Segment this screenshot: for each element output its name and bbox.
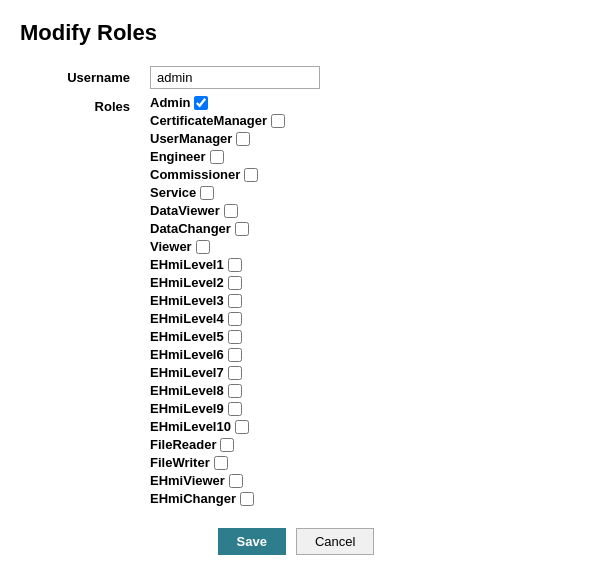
role-checkbox-ehmiviewer[interactable] <box>229 474 243 488</box>
role-name-ehmilevel1: EHmiLevel1 <box>150 257 224 272</box>
role-checkbox-filewriter[interactable] <box>214 456 228 470</box>
role-label-ehmilevel4[interactable]: EHmiLevel4 <box>150 311 242 326</box>
role-checkbox-ehmilevel7[interactable] <box>228 366 242 380</box>
role-name-ehmilevel7: EHmiLevel7 <box>150 365 224 380</box>
role-item: Commissioner <box>150 167 320 182</box>
role-name-service: Service <box>150 185 196 200</box>
role-item: EHmiLevel4 <box>150 311 320 326</box>
role-label-filereader[interactable]: FileReader <box>150 437 234 452</box>
role-item: UserManager <box>150 131 320 146</box>
role-item: EHmiLevel7 <box>150 365 320 380</box>
role-item: FileWriter <box>150 455 320 470</box>
role-item: EHmiLevel10 <box>150 419 320 434</box>
role-item: FileReader <box>150 437 320 452</box>
role-label-ehmilevel3[interactable]: EHmiLevel3 <box>150 293 242 308</box>
role-name-ehmilevel6: EHmiLevel6 <box>150 347 224 362</box>
role-name-engineer: Engineer <box>150 149 206 164</box>
role-checkbox-filereader[interactable] <box>220 438 234 452</box>
username-input[interactable] <box>150 66 320 89</box>
role-checkbox-viewer[interactable] <box>196 240 210 254</box>
role-item: Admin <box>150 95 320 110</box>
role-checkbox-engineer[interactable] <box>210 150 224 164</box>
roles-list: AdminCertificateManagerUserManagerEngine… <box>150 95 320 506</box>
role-label-datachanger[interactable]: DataChanger <box>150 221 249 236</box>
role-label-ehmichanger[interactable]: EHmiChanger <box>150 491 254 506</box>
role-name-ehmilevel9: EHmiLevel9 <box>150 401 224 416</box>
role-label-filewriter[interactable]: FileWriter <box>150 455 228 470</box>
role-label-ehmilevel10[interactable]: EHmiLevel10 <box>150 419 249 434</box>
role-checkbox-datachanger[interactable] <box>235 222 249 236</box>
role-label-certificatemanager[interactable]: CertificateManager <box>150 113 285 128</box>
role-checkbox-dataviewer[interactable] <box>224 204 238 218</box>
role-name-ehmichanger: EHmiChanger <box>150 491 236 506</box>
role-name-filereader: FileReader <box>150 437 216 452</box>
role-item: DataChanger <box>150 221 320 236</box>
role-item: Viewer <box>150 239 320 254</box>
role-item: EHmiChanger <box>150 491 320 506</box>
role-item: Engineer <box>150 149 320 164</box>
role-item: CertificateManager <box>150 113 320 128</box>
role-label-ehmilevel9[interactable]: EHmiLevel9 <box>150 401 242 416</box>
role-label-engineer[interactable]: Engineer <box>150 149 224 164</box>
roles-content: AdminCertificateManagerUserManagerEngine… <box>150 95 320 512</box>
role-label-usermanager[interactable]: UserManager <box>150 131 250 146</box>
role-item: DataViewer <box>150 203 320 218</box>
role-label-admin[interactable]: Admin <box>150 95 208 110</box>
role-item: EHmiLevel9 <box>150 401 320 416</box>
role-checkbox-admin[interactable] <box>194 96 208 110</box>
role-checkbox-commissioner[interactable] <box>244 168 258 182</box>
role-label-dataviewer[interactable]: DataViewer <box>150 203 238 218</box>
cancel-button[interactable]: Cancel <box>296 528 374 555</box>
role-name-ehmilevel8: EHmiLevel8 <box>150 383 224 398</box>
role-checkbox-usermanager[interactable] <box>236 132 250 146</box>
role-label-ehmilevel6[interactable]: EHmiLevel6 <box>150 347 242 362</box>
role-label-service[interactable]: Service <box>150 185 214 200</box>
role-item: EHmiLevel5 <box>150 329 320 344</box>
role-name-admin: Admin <box>150 95 190 110</box>
username-label: Username <box>20 66 150 95</box>
role-name-dataviewer: DataViewer <box>150 203 220 218</box>
role-label-commissioner[interactable]: Commissioner <box>150 167 258 182</box>
role-checkbox-ehmichanger[interactable] <box>240 492 254 506</box>
page-title: Modify Roles <box>20 20 572 46</box>
role-checkbox-ehmilevel8[interactable] <box>228 384 242 398</box>
role-name-commissioner: Commissioner <box>150 167 240 182</box>
role-label-ehmilevel2[interactable]: EHmiLevel2 <box>150 275 242 290</box>
form-table: Username Roles AdminCertificateManagerUs… <box>20 66 320 512</box>
role-name-ehmiviewer: EHmiViewer <box>150 473 225 488</box>
role-checkbox-ehmilevel4[interactable] <box>228 312 242 326</box>
role-checkbox-ehmilevel10[interactable] <box>235 420 249 434</box>
buttons-row: Save Cancel <box>20 528 572 555</box>
role-checkbox-ehmilevel5[interactable] <box>228 330 242 344</box>
role-item: EHmiLevel6 <box>150 347 320 362</box>
role-name-ehmilevel3: EHmiLevel3 <box>150 293 224 308</box>
role-name-usermanager: UserManager <box>150 131 232 146</box>
role-checkbox-certificatemanager[interactable] <box>271 114 285 128</box>
role-checkbox-ehmilevel2[interactable] <box>228 276 242 290</box>
role-label-ehmilevel8[interactable]: EHmiLevel8 <box>150 383 242 398</box>
role-item: EHmiLevel8 <box>150 383 320 398</box>
role-checkbox-ehmilevel9[interactable] <box>228 402 242 416</box>
role-label-viewer[interactable]: Viewer <box>150 239 210 254</box>
modify-roles-dialog: Modify Roles Username Roles AdminCertifi… <box>0 0 602 575</box>
role-checkbox-ehmilevel1[interactable] <box>228 258 242 272</box>
role-name-ehmilevel5: EHmiLevel5 <box>150 329 224 344</box>
role-label-ehmiviewer[interactable]: EHmiViewer <box>150 473 243 488</box>
role-item: EHmiLevel3 <box>150 293 320 308</box>
role-checkbox-ehmilevel3[interactable] <box>228 294 242 308</box>
roles-row: Roles AdminCertificateManagerUserManager… <box>20 95 320 512</box>
username-row: Username <box>20 66 320 95</box>
role-name-viewer: Viewer <box>150 239 192 254</box>
save-button[interactable]: Save <box>218 528 286 555</box>
role-label-ehmilevel1[interactable]: EHmiLevel1 <box>150 257 242 272</box>
role-name-ehmilevel10: EHmiLevel10 <box>150 419 231 434</box>
role-item: EHmiLevel1 <box>150 257 320 272</box>
role-item: Service <box>150 185 320 200</box>
role-label-ehmilevel5[interactable]: EHmiLevel5 <box>150 329 242 344</box>
role-checkbox-service[interactable] <box>200 186 214 200</box>
roles-label: Roles <box>20 95 150 512</box>
role-name-certificatemanager: CertificateManager <box>150 113 267 128</box>
role-label-ehmilevel7[interactable]: EHmiLevel7 <box>150 365 242 380</box>
role-checkbox-ehmilevel6[interactable] <box>228 348 242 362</box>
username-content <box>150 66 320 95</box>
